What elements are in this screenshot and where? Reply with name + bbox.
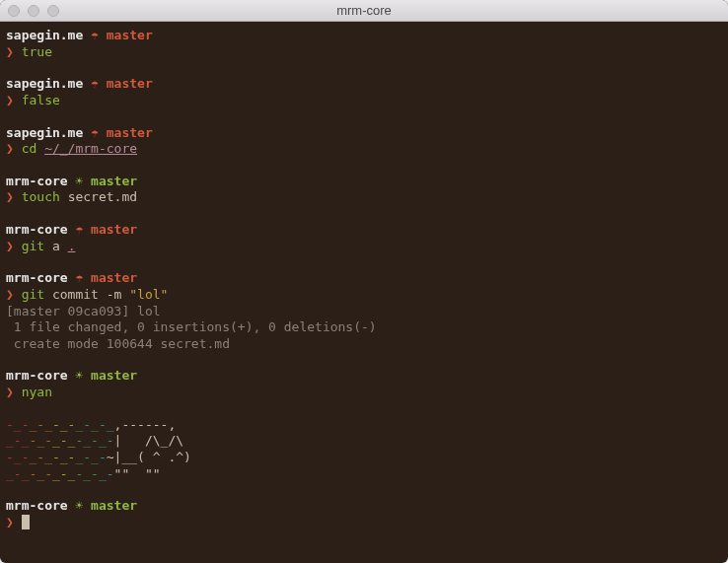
nyan-cat-body: ,------,	[114, 417, 177, 432]
prompt-symbol: ❯	[6, 239, 14, 253]
umbrella-icon: ☂	[75, 222, 83, 237]
nyan-rainbow-segment: _-_	[75, 450, 98, 464]
nyan-rainbow-segment: _-_	[29, 450, 51, 464]
command-line: ❯ cd ~/_/mrm-core	[6, 141, 722, 158]
prompt-line: sapegin.me ☂ master	[6, 28, 722, 44]
nyan-rainbow-segment: _-	[99, 433, 114, 448]
prompt-symbol: ❯	[6, 287, 14, 302]
prompt-line: mrm-core ☀ master	[6, 498, 722, 515]
sun-icon: ☀	[75, 368, 83, 383]
prompt-line: sapegin.me ☂ master	[6, 76, 722, 93]
cwd: mrm-core	[6, 368, 68, 383]
cwd: sapegin.me	[6, 28, 83, 42]
nyan-rainbow-segment: _-_	[6, 433, 29, 448]
command-string: "lol"	[129, 287, 168, 302]
nyan-cat: -_-_-_-_-_-_-_,------,_-_-_-_-_-_-_-| /\…	[6, 401, 722, 499]
command-line: ❯ touch secret.md	[6, 189, 722, 206]
command-arg: commit -m	[52, 287, 121, 302]
command-line: ❯	[6, 515, 722, 531]
cwd: mrm-core	[6, 270, 68, 285]
git-branch: master	[91, 270, 137, 285]
window-title: mrm-core	[0, 3, 728, 18]
command-name: nyan	[22, 385, 52, 399]
umbrella-icon: ☂	[75, 270, 83, 285]
git-branch: master	[107, 28, 153, 42]
git-branch: master	[107, 125, 153, 140]
command-output: create mode 100644 secret.md	[6, 336, 722, 353]
nyan-rainbow-segment: -_-	[75, 433, 98, 448]
blank-line	[6, 206, 722, 222]
command-name: false	[22, 93, 60, 107]
umbrella-icon: ☂	[91, 125, 99, 140]
nyan-row: -_-_-_-_-_-_-~|__( ^ .^)	[6, 450, 722, 466]
nyan-rainbow-segment: -_-	[52, 417, 75, 432]
nyan-rainbow-segment: -_-	[29, 433, 51, 448]
umbrella-icon: ☂	[91, 28, 99, 42]
prompt-line: sapegin.me ☂ master	[6, 125, 722, 142]
nyan-row: -_-_-_-_-_-_-_,------,	[6, 417, 722, 434]
command-line: ❯ git a .	[6, 239, 722, 255]
nyan-rainbow-segment: -_	[99, 417, 114, 432]
nyan-rainbow-segment: -_-	[6, 450, 29, 464]
output-text: 1 file changed, 0 insertions(+), 0 delet…	[6, 319, 377, 334]
nyan-cat-body: ~|__( ^ .^)	[107, 450, 191, 464]
nyan-rainbow-segment: _-_	[52, 433, 75, 448]
zoom-icon[interactable]	[47, 5, 59, 17]
cwd: sapegin.me	[6, 76, 83, 91]
command-line: ❯ true	[6, 44, 722, 61]
nyan-rainbow-segment: _-_	[29, 417, 51, 432]
cwd: mrm-core	[6, 174, 68, 188]
nyan-rainbow-segment: _-_	[52, 466, 75, 481]
command-path: ~/_/mrm-core	[44, 141, 137, 156]
prompt-symbol: ❯	[6, 515, 14, 529]
command-name: true	[22, 44, 52, 59]
command-line: ❯ nyan	[6, 385, 722, 401]
prompt-line: mrm-core ☂ master	[6, 222, 722, 239]
close-icon[interactable]	[8, 5, 20, 17]
nyan-rainbow-segment: -	[99, 450, 107, 464]
command-name: cd	[22, 141, 37, 156]
cwd: sapegin.me	[6, 125, 83, 140]
prompt-symbol: ❯	[6, 93, 14, 107]
prompt-symbol: ❯	[6, 189, 14, 204]
cwd: mrm-core	[6, 222, 68, 237]
command-name: git	[22, 287, 44, 302]
git-branch: master	[91, 174, 137, 188]
blank-line	[6, 109, 722, 125]
prompt-line: mrm-core ☀ master	[6, 174, 722, 190]
nyan-row: _-_-_-_-_-_-_-| /\_/\	[6, 433, 722, 450]
git-branch: master	[91, 222, 137, 237]
nyan-rainbow-segment: -_-	[6, 417, 29, 432]
sun-icon: ☀	[75, 498, 83, 513]
prompt-line: mrm-core ☀ master	[6, 368, 722, 385]
command-path: .	[68, 239, 76, 253]
blank-line	[6, 158, 722, 174]
command-line: ❯ git commit -m "lol"	[6, 287, 722, 304]
command-arg: a	[52, 239, 60, 253]
terminal-content[interactable]: sapegin.me ☂ master❯ truesapegin.me ☂ ma…	[0, 22, 728, 563]
nyan-rainbow-segment: _-_	[6, 466, 29, 481]
output-text: [master 09ca093] lol	[6, 304, 161, 318]
cursor	[22, 515, 30, 529]
blank-line	[6, 254, 722, 270]
sun-icon: ☀	[75, 174, 83, 188]
nyan-rainbow-segment: _-	[99, 466, 114, 481]
terminal-window: mrm-core sapegin.me ☂ master❯ truesapegi…	[0, 0, 728, 563]
git-branch: master	[91, 498, 137, 513]
command-output: [master 09ca093] lol	[6, 304, 722, 320]
nyan-row: _-_-_-_-_-_-_-"" ""	[6, 466, 722, 483]
prompt-symbol: ❯	[6, 44, 14, 59]
nyan-rainbow-segment: -_-	[75, 466, 98, 481]
command-name: touch	[22, 189, 60, 204]
command-arg: secret.md	[68, 189, 137, 204]
git-branch: master	[91, 368, 137, 383]
command-name: git	[22, 239, 44, 253]
titlebar: mrm-core	[0, 0, 728, 22]
output-text: create mode 100644 secret.md	[6, 336, 230, 351]
umbrella-icon: ☂	[91, 76, 99, 91]
minimize-icon[interactable]	[28, 5, 39, 17]
nyan-cat-body: | /\_/\	[114, 433, 183, 448]
cwd: mrm-core	[6, 498, 68, 513]
nyan-rainbow-segment: _-_	[75, 417, 98, 432]
nyan-rainbow-segment: -_-	[29, 466, 51, 481]
